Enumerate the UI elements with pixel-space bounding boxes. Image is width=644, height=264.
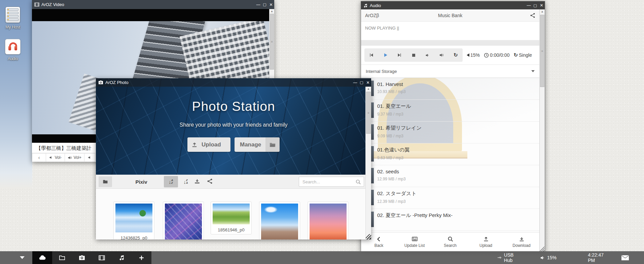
manage-button[interactable]: Manage [235,137,280,152]
photo-window-titlebar[interactable]: ArOZ Photo — ▢ ✕ [96,78,371,87]
download-button[interactable] [194,178,200,184]
maximize-icon[interactable]: ▢ [358,81,365,84]
video-window-titlebar[interactable]: ArOZ Video — ▢ ✕ [32,0,274,9]
previous-track-button[interactable] [364,48,379,62]
audio-window: Audio — ▢ ✕ ArOZβ Music Bank NOW PLAYING… [361,1,545,252]
track-row[interactable]: 02. スターダスト 12.39 MB / mp3 [361,187,539,209]
upload-button[interactable]: Upload [187,137,230,152]
dock-item-files[interactable] [52,251,72,264]
clock-tray-item[interactable]: 4:22:47 PM [588,251,604,264]
film-icon [34,2,39,7]
dock-item-photo[interactable] [72,251,92,264]
minimize-icon[interactable]: — [352,81,358,85]
search-icon[interactable] [355,179,361,185]
camera-icon [79,255,85,261]
server-icon [5,7,20,23]
photo-thumbnail [213,204,250,224]
track-row[interactable]: 01. 夏空エール 9.37 MB / mp3 [361,100,539,122]
next-track-button[interactable] [392,48,406,62]
search-icon [448,236,453,242]
track-row[interactable]: 02. seeds 12.99 MB / mp3 [361,165,539,187]
search-button[interactable]: Search [432,232,468,252]
upload-icon [187,137,202,152]
track-row[interactable]: 02. 夏空エール -Pretty Perky Mix- [361,209,539,231]
sort-descending-button[interactable]: ↓ZA [179,176,193,187]
folder-button[interactable] [99,176,112,187]
chevron-down-icon [531,70,535,72]
back-button[interactable]: ‹ [32,153,46,162]
now-playing-text: NOW PLAYING || [365,26,399,31]
desktop-icon-my-host[interactable]: My Host [0,7,26,30]
sort-ascending-button[interactable]: ↓AZ [164,176,178,187]
scroll-up-arrow[interactable]: ▲ [366,87,371,91]
cloud-icon [39,254,46,261]
folder-icon [103,179,108,184]
minimize-icon[interactable]: — [255,3,261,7]
scrollbar-thumb[interactable]: ≡ [366,92,371,134]
desktop-icon-audio[interactable]: Audio [0,39,26,61]
photo-app-subtitle: Share your photo with your friends and f… [96,122,371,128]
scrollbar-thumb[interactable]: ≡ [270,14,274,70]
caret-down-icon [20,256,25,259]
volume-up-button[interactable]: Vol+ [65,153,84,162]
stop-button[interactable] [406,48,421,62]
volume-down-icon[interactable] [421,48,435,62]
resize-handle[interactable] [366,234,371,239]
track-row[interactable]: 01. 希望リフレイン 9.09 MB / mp3 [361,122,539,143]
usb-tray-item[interactable]: USB Hub [498,251,516,264]
audio-window-titlebar[interactable]: Audio — ▢ ✕ [361,1,545,9]
photo-scrollbar[interactable]: ▲ ≡ [365,87,371,239]
storage-select[interactable]: Internal Storage [361,64,539,78]
film-icon [99,255,105,261]
dock-item-music[interactable] [112,251,132,264]
desktop-icon-label: Audio [0,56,26,61]
share-icon[interactable] [530,13,535,18]
photo-card[interactable]: 18561946_p0 [211,202,252,234]
taskbar: USB Hub 15% 4:22:47 PM [0,251,644,264]
upload-button[interactable]: Upload [468,232,504,252]
photo-card[interactable] [163,202,204,239]
scroll-up-arrow[interactable]: ▲ [540,9,545,14]
desktop: My Host Audio ArOZ Video — ▢ ✕ 【學都三橋】三橋建… [0,0,644,264]
sort-arrow: ↓ [169,179,171,185]
refresh-icon[interactable]: ↻ [449,48,463,62]
mute-button[interactable] [84,153,95,162]
dock-item-add[interactable] [132,251,151,264]
mail-tray-item[interactable] [621,251,629,264]
track-row[interactable]: 01.色違いの翼 9.63 MB / mp3 [361,143,539,165]
download-button[interactable]: Download [504,232,539,252]
photo-toolbar: Pixiv ↓AZ ↓ZA [96,175,371,189]
volume-down-button[interactable]: Vol- [46,153,65,162]
dock-item-desktop[interactable] [32,251,52,264]
photo-thumbnail [165,204,202,239]
volume-up-icon[interactable] [435,48,449,62]
resize-handle[interactable] [539,246,544,251]
play-button[interactable] [379,48,393,62]
search-input[interactable] [299,177,364,186]
photo-card[interactable] [308,202,349,239]
camera-icon [98,80,103,85]
audio-scrollbar[interactable]: ▲ ≡ [539,9,545,252]
track-row[interactable]: 01. Harvest 10.93 MB / mp3 [361,78,539,100]
share-icon[interactable] [207,178,213,184]
volume-tray-item[interactable]: 15% [540,251,557,264]
close-icon[interactable]: ✕ [538,3,545,7]
time-indicator: 0:00/0:00 [484,52,509,58]
photo-card[interactable] [259,202,300,239]
speaker-low-icon [49,156,53,160]
loop-mode[interactable]: ↻ Single [513,52,532,58]
clock-text: 4:22:47 PM [588,252,604,263]
maximize-icon[interactable]: ▢ [532,4,538,7]
update-list-button[interactable]: Update List [397,232,432,252]
minimize-icon[interactable]: — [526,3,532,7]
taskbar-expand-button[interactable] [17,251,27,264]
close-icon[interactable]: ✕ [268,3,274,7]
close-icon[interactable]: ✕ [365,81,371,85]
scroll-up-arrow[interactable]: ▲ [270,9,274,14]
dock-item-video[interactable] [92,251,112,264]
track-list: 01. Harvest 10.93 MB / mp3 01. 夏空エール 9.3… [361,78,539,233]
photo-card[interactable]: 12436825_p0 [113,202,154,239]
maximize-icon[interactable]: ▢ [261,3,268,6]
seek-strip[interactable] [361,40,539,46]
scrollbar-thumb[interactable]: ≡ [540,15,544,87]
